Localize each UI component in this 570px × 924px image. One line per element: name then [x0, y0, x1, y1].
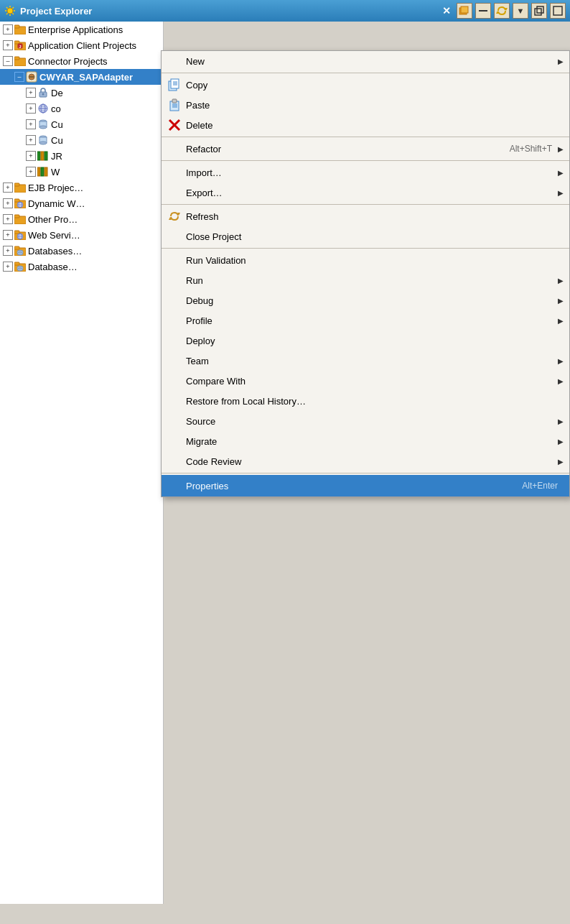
tree-item-ejb[interactable]: + EJB Projec… [0, 180, 163, 195]
tree-item-jr[interactable]: + JR [0, 148, 163, 164]
menu-item-deploy[interactable]: Deploy [162, 331, 569, 351]
shortcut-refactor: Alt+Shift+T [510, 144, 552, 154]
expander-web-serv[interactable]: + [3, 230, 13, 240]
separator-3 [162, 160, 569, 161]
menu-item-team[interactable]: Team ▶ [162, 351, 569, 371]
folder-icon-ejb [14, 182, 26, 193]
arrow-refactor: ▶ [558, 145, 564, 153]
menu-item-properties[interactable]: Properties Alt+Enter [162, 475, 569, 496]
svg-rect-42 [41, 152, 44, 160]
expander-jr[interactable]: + [26, 151, 36, 161]
separator-5 [162, 248, 569, 249]
refresh-menu-icon [167, 209, 182, 223]
separator-1 [162, 73, 569, 73]
svg-rect-27 [29, 76, 34, 78]
expander-w[interactable]: + [26, 167, 36, 177]
close-button[interactable]: ✕ [441, 5, 452, 17]
expander-cwyar[interactable]: – [14, 72, 24, 82]
expander-databases2[interactable]: + [3, 262, 13, 272]
collapse-all-button[interactable] [457, 3, 472, 19]
arrow-export: ▶ [558, 189, 564, 197]
menu-label-properties: Properties [186, 481, 522, 491]
menu-item-new[interactable]: New ▶ [162, 51, 569, 71]
menu-item-code-review[interactable]: Code Review ▶ [162, 451, 569, 471]
menu-item-compare-with[interactable]: Compare With ▶ [162, 371, 569, 391]
tree-item-databases2[interactable]: + Database… [0, 259, 163, 274]
menu-item-restore[interactable]: Restore from Local History… [162, 391, 569, 411]
tree-item-de[interactable]: + De [0, 85, 163, 101]
menu-item-debug[interactable]: Debug ▶ [162, 290, 569, 310]
expander-dynamic-w[interactable]: + [3, 198, 13, 208]
svg-point-70 [17, 268, 23, 271]
expander-de[interactable]: + [26, 88, 36, 98]
label-cu1: Cu [51, 119, 63, 130]
tree-item-w[interactable]: + W [0, 164, 163, 180]
tree-item-connector[interactable]: – Connector Projects [0, 53, 163, 69]
folder-globe-icon-webserv [14, 229, 26, 241]
svg-point-0 [7, 8, 13, 14]
restore-down-button[interactable] [531, 3, 547, 19]
svg-rect-44 [37, 167, 40, 176]
menu-item-profile[interactable]: Profile ▶ [162, 310, 569, 331]
arrow-profile: ▶ [558, 317, 564, 325]
expander-co[interactable]: + [26, 103, 36, 114]
minimize-button[interactable] [475, 3, 491, 19]
expander-cu2[interactable]: + [26, 135, 36, 145]
svg-rect-16 [553, 6, 562, 15]
menu-item-refactor[interactable]: Refactor Alt+Shift+T ▶ [162, 139, 569, 159]
expander-cu1[interactable]: + [26, 119, 36, 129]
menu-item-copy[interactable]: Copy [162, 75, 569, 95]
svg-point-29 [42, 93, 45, 96]
menu-label-restore: Restore from Local History… [186, 396, 564, 407]
tree-item-web-serv[interactable]: + Web Servi… [0, 227, 163, 243]
svg-line-8 [6, 14, 8, 15]
main-panel: + Enterprise Applications + J Applica [0, 22, 570, 904]
svg-rect-20 [14, 41, 19, 44]
menu-item-import[interactable]: Import… ▶ [162, 162, 569, 183]
tree-item-enterprise-apps[interactable]: + Enterprise Applications [0, 22, 163, 37]
cylinder-icon-cu2 [37, 134, 49, 146]
menu-item-delete[interactable]: Delete [162, 115, 569, 135]
expander-enterprise-apps[interactable]: + [3, 24, 13, 34]
maximize-button[interactable] [550, 3, 566, 19]
menu-item-migrate[interactable]: Migrate ▶ [162, 431, 569, 451]
sync-button[interactable] [494, 3, 510, 19]
menu-label-debug: Debug [186, 295, 558, 306]
connector-icon-cwyar [26, 71, 37, 83]
svg-rect-15 [537, 6, 543, 13]
menu-label-refresh: Refresh [186, 211, 564, 222]
tree-item-databases1[interactable]: + Databases… [0, 243, 163, 259]
menu-item-run[interactable]: Run ▶ [162, 270, 569, 290]
tree-item-other-proj[interactable]: + Other Pro… [0, 211, 163, 227]
menu-item-refresh[interactable]: Refresh [162, 206, 569, 226]
expander-databases1[interactable]: + [3, 246, 13, 256]
menu-item-source[interactable]: Source ▶ [162, 411, 569, 431]
menu-item-close-project[interactable]: Close Project [162, 226, 569, 246]
expander-connector[interactable]: – [3, 56, 13, 66]
menu-label-import: Import… [186, 167, 558, 178]
svg-rect-18 [14, 25, 19, 28]
menu-label-run: Run [186, 275, 558, 286]
label-cwyar: CWYAR_SAPAdapter [39, 72, 133, 83]
dropdown-button[interactable]: ▼ [513, 3, 528, 19]
paste-menu-icon [167, 98, 182, 112]
tree-item-cwyar[interactable]: – CWYAR_SAPAdapter [0, 69, 163, 85]
tree-item-app-client[interactable]: + J Application Client Projects [0, 37, 163, 53]
expander-ejb[interactable]: + [3, 183, 13, 193]
menu-item-run-validation[interactable]: Run Validation [162, 250, 569, 270]
arrow-new: ▶ [558, 57, 564, 65]
svg-rect-11 [479, 10, 487, 11]
tree-item-cu2[interactable]: + Cu [0, 132, 163, 148]
books-icon-w [37, 166, 49, 177]
tree-item-cu1[interactable]: + Cu [0, 116, 163, 132]
menu-item-export[interactable]: Export… ▶ [162, 183, 569, 203]
delete-menu-icon [167, 118, 182, 132]
expander-app-client[interactable]: + [3, 40, 13, 50]
shortcut-properties: Alt+Enter [522, 481, 558, 491]
project-tree: + Enterprise Applications + J Applica [0, 22, 164, 904]
books-icon-jr [37, 150, 49, 162]
expander-other-proj[interactable]: + [3, 214, 13, 224]
menu-item-paste[interactable]: Paste [162, 95, 569, 115]
tree-item-dynamic-w[interactable]: + Dynamic W… [0, 195, 163, 211]
tree-item-co[interactable]: + co [0, 101, 163, 116]
